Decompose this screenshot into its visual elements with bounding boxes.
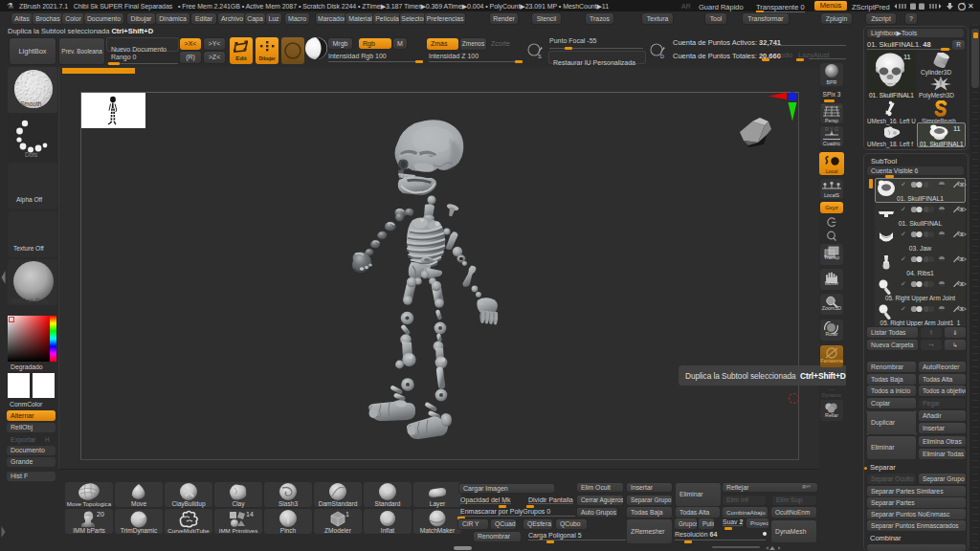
svg-text:Edit: Edit: [235, 55, 246, 61]
svg-text:Dibujar: Dibujar: [258, 55, 275, 61]
svg-text:S: S: [538, 54, 542, 59]
svg-text:D: D: [660, 54, 664, 59]
